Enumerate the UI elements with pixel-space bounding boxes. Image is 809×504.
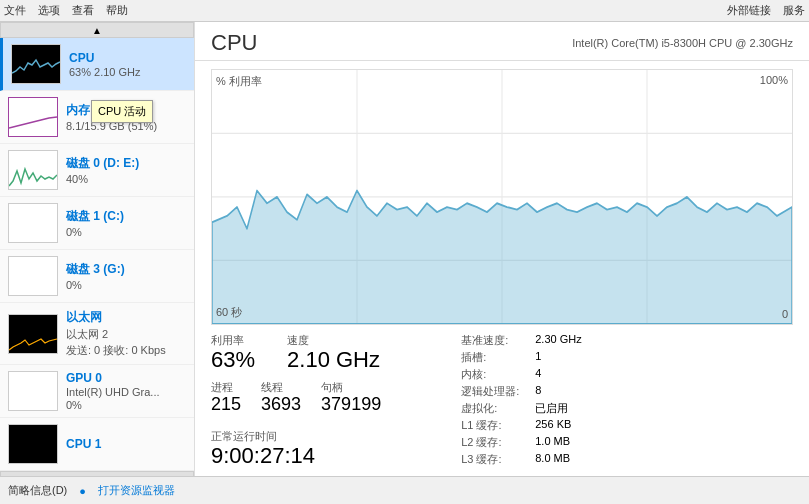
rs-label-2: 内核: <box>461 367 519 382</box>
disk3-title: 磁盘 3 (G:) <box>66 261 186 278</box>
stat-uptime: 正常运行时间 9:00:27:14 <box>211 429 381 468</box>
bottom-bar: 简略信息(D) ● 打开资源监视器 <box>0 476 809 504</box>
disk0-title: 磁盘 0 (D: E:) <box>66 155 186 172</box>
menu-help[interactable]: 帮助 <box>106 3 128 18</box>
utilization-value: 63% <box>211 348 255 372</box>
sidebar-item-disk3[interactable]: 磁盘 3 (G:) 0% <box>0 250 194 303</box>
cpu-sub: 63% 2.10 GHz <box>69 66 186 78</box>
sidebar-scroll-down[interactable]: ▼ <box>0 471 194 476</box>
rs-value-5: 256 KB <box>535 418 581 433</box>
rs-label-3: 逻辑处理器: <box>461 384 519 399</box>
sidebar-item-cpu[interactable]: CPU 63% 2.10 GHz CPU 活动 <box>0 38 194 91</box>
chart-svg <box>212 70 792 324</box>
rs-label-1: 插槽: <box>461 350 519 365</box>
svg-rect-2 <box>9 204 57 242</box>
gpu0-sub: Intel(R) UHD Gra... <box>66 386 186 398</box>
disk3-info: 磁盘 3 (G:) 0% <box>66 261 186 291</box>
cpu1-thumb <box>8 424 58 464</box>
speed-label: 速度 <box>287 333 380 348</box>
chart-y-label: % 利用率 <box>216 74 262 89</box>
gpu0-sub2: 0% <box>66 399 186 411</box>
cpu-tooltip: CPU 活动 <box>91 100 153 123</box>
uptime-value: 9:00:27:14 <box>211 444 381 468</box>
svg-rect-3 <box>9 257 57 295</box>
memory-thumb <box>8 97 58 137</box>
svg-rect-0 <box>9 98 57 136</box>
rs-value-4: 已启用 <box>535 401 581 416</box>
circle-icon: ● <box>79 485 86 497</box>
sidebar-scroll-up[interactable]: ▲ <box>0 22 194 38</box>
sidebar-item-disk1[interactable]: 磁盘 1 (C:) 0% <box>0 197 194 250</box>
main-content-area: CPU Intel(R) Core(TM) i5-8300H CPU @ 2.3… <box>195 22 809 476</box>
open-resource-monitor-link[interactable]: 打开资源监视器 <box>98 483 175 498</box>
right-stats-panel: 基准速度:2.30 GHz插槽:1内核:4逻辑处理器:8虚拟化:已启用L1 缓存… <box>461 333 582 468</box>
menu-service[interactable]: 服务 <box>783 3 805 18</box>
menu-external[interactable]: 外部链接 <box>727 3 771 18</box>
cpu-title: CPU <box>69 51 186 65</box>
menu-file[interactable]: 文件 <box>4 3 26 18</box>
disk1-thumb <box>8 203 58 243</box>
rs-value-1: 1 <box>535 350 581 365</box>
disk1-title: 磁盘 1 (C:) <box>66 208 186 225</box>
rs-value-0: 2.30 GHz <box>535 333 581 348</box>
ethernet-thumb <box>8 314 58 354</box>
stat-process: 进程 215 <box>211 380 241 415</box>
utilization-label: 利用率 <box>211 333 255 348</box>
thread-label: 线程 <box>261 380 301 395</box>
stat-speed: 速度 2.10 GHz <box>287 333 380 372</box>
cpu-info: CPU 63% 2.10 GHz <box>69 51 186 78</box>
sidebar-item-disk0[interactable]: 磁盘 0 (D: E:) 40% <box>0 144 194 197</box>
stat-handle: 句柄 379199 <box>321 380 381 415</box>
summary-label[interactable]: 简略信息(D) <box>8 483 67 498</box>
svg-rect-5 <box>9 372 57 410</box>
rs-label-0: 基准速度: <box>461 333 519 348</box>
ethernet-sub2: 发送: 0 接收: 0 Kbps <box>66 343 186 358</box>
sidebar-item-ethernet[interactable]: 以太网 以太网 2 发送: 0 接收: 0 Kbps <box>0 303 194 365</box>
disk0-thumb <box>8 150 58 190</box>
cpu1-info: CPU 1 <box>66 437 186 452</box>
uptime-label: 正常运行时间 <box>211 429 381 444</box>
gpu0-info: GPU 0 Intel(R) UHD Gra... 0% <box>66 371 186 411</box>
rs-value-2: 4 <box>535 367 581 382</box>
rs-value-3: 8 <box>535 384 581 399</box>
gpu0-thumb <box>8 371 58 411</box>
chart-x-left: 60 秒 <box>216 305 242 320</box>
handle-label: 句柄 <box>321 380 381 395</box>
process-value: 215 <box>211 395 241 415</box>
stat-utilization: 利用率 63% <box>211 333 255 372</box>
chart-x-right: 0 <box>782 308 788 320</box>
menu-view[interactable]: 查看 <box>72 3 94 18</box>
rs-label-7: L3 缓存: <box>461 452 519 467</box>
content-title: CPU <box>211 30 257 56</box>
handle-value: 379199 <box>321 395 381 415</box>
thread-value: 3693 <box>261 395 301 415</box>
top-menu-bar: 文件 选项 查看 帮助 外部链接 服务 <box>0 0 809 22</box>
main-container: ▲ CPU 63% 2.10 GHz CPU 活动 <box>0 22 809 476</box>
disk3-thumb <box>8 256 58 296</box>
cpu-thumb <box>11 44 61 84</box>
svg-rect-4 <box>9 315 57 353</box>
rs-value-7: 8.0 MB <box>535 452 581 467</box>
sidebar-item-gpu0[interactable]: GPU 0 Intel(R) UHD Gra... 0% <box>0 365 194 418</box>
disk1-info: 磁盘 1 (C:) 0% <box>66 208 186 238</box>
svg-marker-13 <box>212 191 792 324</box>
ethernet-sub: 以太网 2 <box>66 327 186 342</box>
svg-rect-1 <box>9 151 57 189</box>
content-header: CPU Intel(R) Core(TM) i5-8300H CPU @ 2.3… <box>195 22 809 61</box>
menu-options[interactable]: 选项 <box>38 3 60 18</box>
sidebar-item-cpu1[interactable]: CPU 1 <box>0 418 194 471</box>
chart-y-max: 100% <box>760 74 788 86</box>
cpu-chart: % 利用率 100% 60 秒 0 <box>211 69 793 325</box>
ethernet-title: 以太网 <box>66 309 186 326</box>
disk1-sub: 0% <box>66 226 186 238</box>
sidebar: ▲ CPU 63% 2.10 GHz CPU 活动 <box>0 22 195 476</box>
svg-rect-6 <box>9 425 57 463</box>
rs-label-6: L2 缓存: <box>461 435 519 450</box>
speed-value: 2.10 GHz <box>287 348 380 372</box>
disk0-info: 磁盘 0 (D: E:) 40% <box>66 155 186 185</box>
rs-value-6: 1.0 MB <box>535 435 581 450</box>
ethernet-info: 以太网 以太网 2 发送: 0 接收: 0 Kbps <box>66 309 186 358</box>
content-subtitle: Intel(R) Core(TM) i5-8300H CPU @ 2.30GHz <box>572 37 793 49</box>
disk0-sub: 40% <box>66 173 186 185</box>
rs-label-5: L1 缓存: <box>461 418 519 433</box>
